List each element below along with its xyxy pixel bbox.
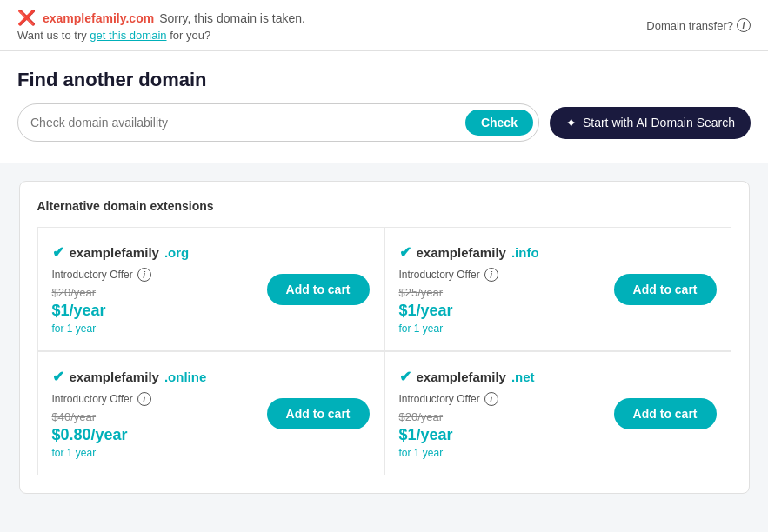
domain-info: ✔ examplefamily.org Introductory Offer i… bbox=[52, 243, 190, 335]
search-input[interactable] bbox=[30, 116, 465, 130]
check-circle-icon: ✔ bbox=[399, 243, 411, 262]
introductory-row: Introductory Offer i bbox=[399, 392, 535, 406]
info-icon: i bbox=[737, 18, 751, 32]
original-price: $20/year bbox=[52, 286, 190, 299]
add-to-cart-button[interactable]: Add to cart bbox=[614, 398, 717, 429]
get-domain-link[interactable]: get this domain bbox=[90, 29, 166, 42]
original-price: $20/year bbox=[399, 410, 535, 423]
check-circle-icon: ✔ bbox=[52, 243, 64, 262]
intro-info-icon: i bbox=[484, 392, 498, 406]
introductory-row: Introductory Offer i bbox=[399, 268, 539, 282]
domain-info: ✔ examplefamily.online Introductory Offe… bbox=[52, 368, 207, 459]
domain-ext: .info bbox=[511, 245, 539, 260]
domain-name-row: ✔ examplefamily.net bbox=[399, 368, 535, 386]
per-year-note: for 1 year bbox=[399, 323, 539, 335]
search-section: Find another domain Check ✦ Start with A… bbox=[0, 51, 768, 163]
intro-label: Introductory Offer bbox=[52, 393, 133, 405]
get-domain-text: Want us to try bbox=[17, 29, 87, 42]
per-year-note: for 1 year bbox=[399, 447, 535, 459]
add-to-cart-button[interactable]: Add to cart bbox=[614, 274, 717, 305]
intro-label: Introductory Offer bbox=[399, 269, 480, 281]
alt-extensions-title: Alternative domain extensions bbox=[37, 199, 731, 213]
domain-grid: ✔ examplefamily.org Introductory Offer i… bbox=[37, 227, 731, 475]
domain-name-row: ✔ examplefamily.org bbox=[52, 243, 190, 262]
domain-transfer-button[interactable]: Domain transfer? i bbox=[646, 18, 751, 32]
top-bar: ❌ examplefamily.com Sorry, this domain i… bbox=[0, 0, 768, 51]
check-circle-icon: ✔ bbox=[52, 368, 64, 386]
per-year-note: for 1 year bbox=[52, 447, 207, 459]
intro-info-icon: i bbox=[484, 268, 498, 282]
domain-ext: .org bbox=[164, 245, 189, 260]
domain-base: examplefamily bbox=[70, 245, 159, 260]
sale-price: $1/year bbox=[399, 302, 539, 320]
transfer-label: Domain transfer? bbox=[646, 19, 733, 32]
add-to-cart-button[interactable]: Add to cart bbox=[267, 398, 370, 429]
domain-base: examplefamily bbox=[417, 369, 506, 384]
domain-name: examplefamily.com bbox=[43, 11, 154, 25]
intro-label: Introductory Offer bbox=[399, 393, 480, 405]
ai-icon: ✦ bbox=[565, 115, 577, 131]
x-icon: ❌ bbox=[17, 9, 36, 27]
domain-card: ✔ examplefamily.info Introductory Offer … bbox=[384, 227, 731, 351]
domain-ext: .net bbox=[511, 369, 535, 384]
search-input-wrapper: Check bbox=[17, 103, 539, 142]
sale-price: $1/year bbox=[52, 302, 190, 320]
check-circle-icon: ✔ bbox=[399, 368, 411, 386]
search-row: Check ✦ Start with AI Domain Search bbox=[17, 103, 751, 142]
check-button[interactable]: Check bbox=[465, 110, 533, 136]
introductory-row: Introductory Offer i bbox=[52, 268, 190, 282]
ai-search-button[interactable]: ✦ Start with AI Domain Search bbox=[550, 107, 751, 139]
sale-price: $1/year bbox=[399, 426, 535, 444]
add-to-cart-button[interactable]: Add to cart bbox=[267, 274, 370, 305]
domain-base: examplefamily bbox=[417, 245, 506, 260]
find-domain-title: Find another domain bbox=[17, 69, 751, 91]
intro-label: Introductory Offer bbox=[52, 269, 133, 281]
main-content: Alternative domain extensions ✔ examplef… bbox=[2, 163, 767, 511]
alt-extensions-section: Alternative domain extensions ✔ examplef… bbox=[19, 181, 750, 494]
original-price: $40/year bbox=[52, 410, 207, 423]
introductory-row: Introductory Offer i bbox=[52, 392, 207, 406]
domain-taken-row: ❌ examplefamily.com Sorry, this domain i… bbox=[17, 9, 305, 27]
taken-text: Sorry, this domain is taken. bbox=[159, 11, 305, 25]
domain-name-row: ✔ examplefamily.online bbox=[52, 368, 207, 386]
domain-info: ✔ examplefamily.info Introductory Offer … bbox=[399, 243, 539, 335]
domain-info: ✔ examplefamily.net Introductory Offer i… bbox=[399, 368, 535, 459]
domain-base: examplefamily bbox=[70, 369, 159, 384]
sale-price: $0.80/year bbox=[52, 426, 207, 444]
original-price: $25/year bbox=[399, 286, 539, 299]
domain-card: ✔ examplefamily.net Introductory Offer i… bbox=[384, 351, 731, 475]
get-domain-suffix: for you? bbox=[170, 29, 210, 42]
intro-info-icon: i bbox=[137, 392, 151, 406]
domain-name-row: ✔ examplefamily.info bbox=[399, 243, 539, 262]
get-domain-row: Want us to try get this domain for you? bbox=[17, 29, 305, 42]
domain-ext: .online bbox=[164, 369, 206, 384]
intro-info-icon: i bbox=[137, 268, 151, 282]
domain-card: ✔ examplefamily.online Introductory Offe… bbox=[37, 351, 384, 475]
ai-search-label: Start with AI Domain Search bbox=[583, 116, 735, 130]
top-bar-left: ❌ examplefamily.com Sorry, this domain i… bbox=[17, 9, 305, 42]
domain-card: ✔ examplefamily.org Introductory Offer i… bbox=[37, 227, 384, 351]
per-year-note: for 1 year bbox=[52, 323, 190, 335]
